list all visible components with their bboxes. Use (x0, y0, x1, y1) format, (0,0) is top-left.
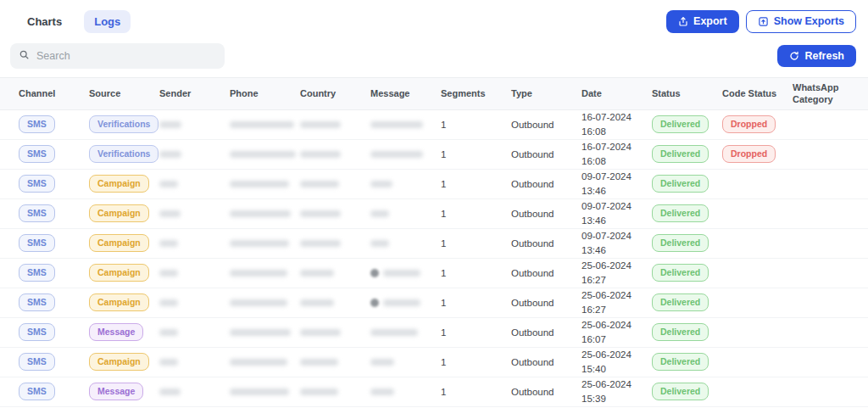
cell-source: Verifications (89, 115, 159, 133)
cell-type: Outbound (511, 268, 581, 278)
redacted-phone (230, 270, 287, 277)
export-button[interactable]: Export (666, 10, 739, 33)
redacted-country (300, 359, 338, 366)
channel-badge: SMS (19, 175, 55, 193)
table-row[interactable]: SMS Message 1 Outbound 25-06-202416:07 D… (0, 318, 868, 348)
table-row[interactable]: SMS Campaign 1 Outbound 25-06-202416:27 … (0, 288, 868, 318)
cell-status: Delivered (652, 353, 722, 371)
search-box[interactable] (10, 43, 225, 69)
column-header: Segments (441, 84, 511, 103)
source-badge: Verifications (89, 115, 159, 133)
column-header: Country (300, 84, 370, 103)
date-value: 09-07-2024 (581, 170, 647, 184)
date-value: 25-06-2024 (581, 259, 647, 273)
cell-sender (159, 151, 230, 158)
cell-segments: 1 (441, 149, 511, 159)
redacted-message (370, 151, 423, 158)
table-row[interactable]: SMS Message 1 Outbound 25-06-202415:39 D… (0, 377, 868, 407)
cell-status: Delivered (652, 204, 722, 222)
redacted-country (300, 329, 341, 336)
cell-segments: 1 (441, 179, 511, 189)
cell-date: 09-07-202413:46 (581, 170, 652, 198)
time-value: 16:07 (581, 333, 647, 347)
cell-channel: SMS (19, 204, 89, 222)
channel-badge: SMS (19, 115, 55, 133)
cell-sender (159, 240, 230, 247)
cell-message (370, 269, 441, 277)
source-badge: Message (89, 383, 143, 400)
redacted-phone (230, 121, 294, 128)
cell-status: Delivered (652, 175, 722, 193)
cell-country (300, 359, 370, 366)
date-value: 25-06-2024 (581, 318, 647, 333)
column-header: Code Status (722, 84, 793, 103)
redacted-sender (159, 388, 181, 395)
cell-country (300, 299, 370, 306)
cell-source: Campaign (89, 175, 159, 193)
cell-channel: SMS (19, 175, 89, 193)
date-value: 25-06-2024 (581, 288, 647, 303)
cell-source: Verifications (89, 145, 159, 163)
table-row[interactable]: SMS Campaign 1 Outbound 25-06-202415:40 … (0, 348, 868, 377)
search-input[interactable] (36, 50, 216, 62)
cell-segments: 1 (441, 238, 511, 249)
cell-status: Delivered (652, 264, 722, 282)
table-row[interactable]: SMS Campaign 1 Outbound 09-07-202413:46 … (0, 229, 868, 259)
cell-message (370, 151, 441, 158)
table-row[interactable]: SMS Verifications 1 Outbound 16-07-20241… (0, 110, 868, 140)
tab-charts[interactable]: Charts (17, 10, 72, 33)
search-row: Refresh (0, 40, 868, 77)
table-row[interactable]: SMS Campaign 1 Outbound 25-06-202416:27 … (0, 259, 868, 288)
status-badge: Delivered (652, 204, 709, 222)
top-actions: Export Show Exports (666, 10, 856, 33)
redacted-message (370, 210, 389, 217)
cell-channel: SMS (19, 234, 89, 252)
date-value: 16-07-2024 (581, 140, 647, 154)
cell-date: 25-06-202416:27 (581, 288, 652, 316)
redacted-country (300, 181, 339, 187)
show-exports-button[interactable]: Show Exports (746, 10, 856, 33)
channel-badge: SMS (19, 234, 55, 252)
source-badge: Campaign (89, 234, 149, 252)
redacted-country (300, 270, 334, 277)
time-value: 13:46 (581, 243, 647, 258)
cell-channel: SMS (19, 145, 89, 163)
channel-badge: SMS (19, 204, 55, 222)
cell-date: 16-07-202416:08 (581, 110, 652, 138)
status-badge: Delivered (652, 353, 709, 371)
cell-type: Outbound (511, 209, 581, 219)
cell-phone (230, 270, 300, 277)
logs-table: ChannelSourceSenderPhoneCountryMessageSe… (0, 77, 868, 407)
channel-badge: SMS (19, 383, 55, 400)
cell-source: Campaign (89, 234, 159, 252)
cell-country (300, 121, 370, 128)
column-header: Channel (19, 84, 89, 103)
cell-status: Delivered (652, 115, 722, 133)
column-header: Message (370, 84, 441, 103)
status-badge: Delivered (652, 293, 709, 311)
redacted-sender (159, 121, 181, 128)
redacted-sender (159, 151, 181, 158)
show-exports-icon (758, 16, 769, 27)
channel-badge: SMS (19, 145, 55, 163)
table-row[interactable]: SMS Campaign 1 Outbound 09-07-202413:46 … (0, 199, 868, 229)
cell-date: 25-06-202416:07 (581, 318, 652, 346)
tab-logs[interactable]: Logs (84, 10, 131, 33)
table-row[interactable]: SMS Verifications 1 Outbound 16-07-20241… (0, 140, 868, 170)
cell-sender (159, 121, 230, 128)
redacted-message (370, 121, 423, 128)
column-header: Source (89, 84, 159, 103)
redacted-message (370, 359, 394, 366)
source-badge: Message (89, 323, 143, 341)
code-status-badge: Dropped (722, 115, 776, 133)
refresh-button[interactable]: Refresh (777, 45, 856, 68)
cell-sender (159, 359, 230, 366)
date-value: 25-06-2024 (581, 377, 647, 392)
table-row[interactable]: SMS Campaign 1 Outbound 09-07-202413:46 … (0, 170, 868, 199)
cell-message (370, 181, 441, 187)
top-bar: Charts Logs Export Show Exports (0, 0, 868, 40)
date-value: 25-06-2024 (581, 348, 647, 362)
cell-sender (159, 329, 230, 336)
cell-country (300, 388, 370, 395)
cell-phone (230, 210, 300, 217)
